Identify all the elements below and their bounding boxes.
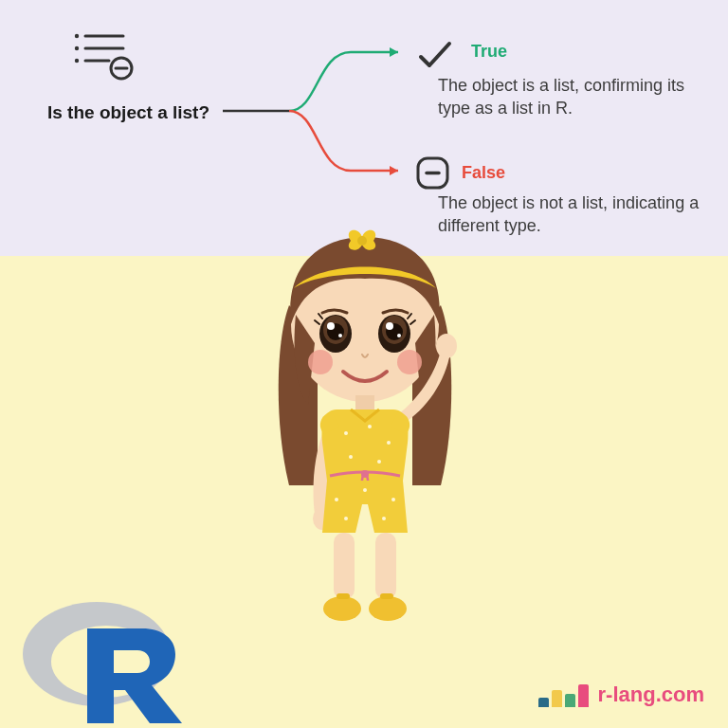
svg-point-37	[377, 460, 381, 464]
brand-text: r-lang.com	[598, 682, 704, 707]
svg-point-34	[368, 425, 372, 428]
svg-point-4	[75, 59, 79, 63]
brand-bars-icon	[538, 684, 589, 707]
svg-point-40	[344, 517, 348, 520]
svg-point-20	[327, 322, 335, 330]
svg-point-28	[397, 350, 422, 374]
r-logo	[19, 595, 185, 723]
svg-point-33	[344, 431, 348, 435]
svg-point-47	[369, 596, 407, 621]
svg-point-45	[323, 596, 361, 621]
girl-illustration	[256, 220, 474, 637]
brand-footer: r-lang.com	[538, 682, 704, 707]
svg-point-2	[75, 46, 79, 50]
svg-point-36	[349, 455, 353, 459]
svg-rect-43	[334, 533, 355, 599]
svg-point-27	[308, 350, 333, 374]
check-icon	[416, 36, 454, 74]
svg-point-38	[335, 498, 338, 501]
svg-point-30	[436, 334, 457, 358]
svg-point-39	[391, 498, 395, 501]
true-label: True	[471, 42, 507, 62]
svg-rect-48	[380, 593, 393, 599]
svg-point-42	[363, 488, 367, 492]
false-label: False	[462, 163, 505, 183]
svg-point-32	[361, 470, 369, 478]
svg-point-0	[75, 34, 79, 38]
list-remove-icon	[71, 30, 137, 82]
svg-point-41	[382, 517, 386, 520]
svg-point-21	[338, 334, 342, 337]
svg-marker-10	[390, 166, 398, 175]
svg-point-35	[387, 441, 391, 445]
minus-icon	[416, 156, 449, 190]
svg-point-16	[357, 236, 367, 246]
svg-rect-46	[337, 593, 350, 599]
svg-rect-44	[375, 533, 396, 599]
branch-connector	[223, 33, 412, 175]
false-description: The object is not a list, indicating a d…	[438, 191, 703, 238]
svg-point-25	[386, 322, 393, 330]
svg-point-26	[397, 334, 401, 337]
svg-marker-9	[390, 47, 398, 57]
question-text: Is the object a list?	[47, 102, 209, 123]
diagram-top-panel: Is the object a list? True The object is…	[0, 0, 728, 256]
true-description: The object is a list, confirming its typ…	[438, 74, 703, 120]
